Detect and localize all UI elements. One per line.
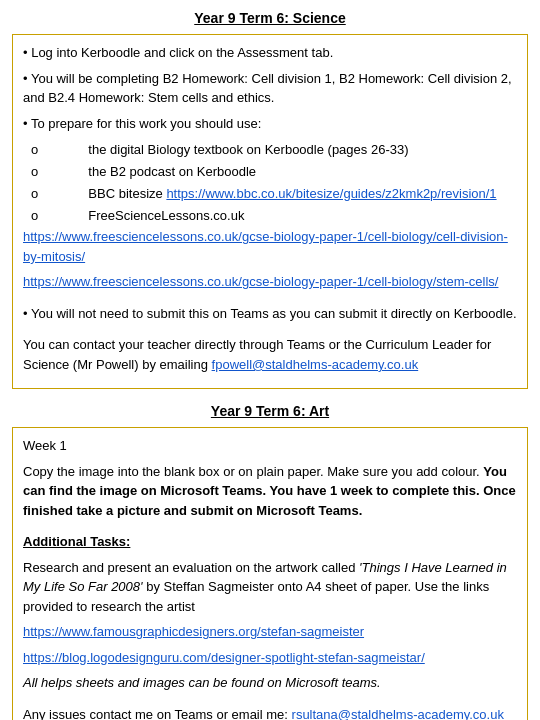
list-item-text: FreeScienceLessons.co.uk [45,205,517,227]
bullet-icon: o [31,183,45,205]
list-item-text: the digital Biology textbook on Kerboodl… [45,139,517,161]
bullet-icon: o [31,161,45,183]
list-item: o the digital Biology textbook on Kerboo… [31,139,517,161]
science-title: Year 9 Term 6: Science [12,10,528,26]
list-item-text: the B2 podcast on Kerboodle [45,161,517,183]
science-link2-para: https://www.freesciencelessons.co.uk/gcs… [23,272,517,292]
art-task-text: Copy the image into the blank box or on … [23,462,517,521]
science-bullet2: • You will be completing B2 Homework: Ce… [23,69,517,108]
science-contact-link[interactable]: fpowell@staldhelms-academy.co.uk [212,357,419,372]
additional-tasks-label: Additional Tasks: [23,532,517,552]
art-title: Year 9 Term 6: Art [12,403,528,419]
bullet-icon: o [31,205,45,227]
list-item: o the B2 podcast on Kerboodle [31,161,517,183]
list-item: o FreeScienceLessons.co.uk [31,205,517,227]
freescience-link1[interactable]: https://www.freesciencelessons.co.uk/gcs… [23,229,508,264]
science-submit-note: • You will not need to submit this on Te… [23,304,517,324]
art-link1-para: https://www.famousgraphicdesigners.org/s… [23,622,517,642]
week-label: Week 1 [23,436,517,456]
research-text: Research and present an evaluation on th… [23,558,517,617]
art-section: Year 9 Term 6: Art Week 1 Copy the image… [12,403,528,720]
science-link1-para: https://www.freesciencelessons.co.uk/gcs… [23,227,517,266]
art-link2-para: https://blog.logodesignguru.com/designer… [23,648,517,668]
art-link1[interactable]: https://www.famousgraphicdesigners.org/s… [23,624,364,639]
all-helps-text: All helps sheets and images can be found… [23,673,517,693]
art-contact: Any issues contact me on Teams or email … [23,705,517,720]
list-item: o BBC bitesize https://www.bbc.co.uk/bit… [31,183,517,205]
bbc-link[interactable]: https://www.bbc.co.uk/bitesize/guides/z2… [166,186,496,201]
science-bullet1: • Log into Kerboodle and click on the As… [23,43,517,63]
art-contact-link[interactable]: rsultana@staldhelms-academy.co.uk [292,707,504,720]
freescience-link2[interactable]: https://www.freesciencelessons.co.uk/gcs… [23,274,498,289]
science-contact: You can contact your teacher directly th… [23,335,517,374]
art-contact-prefix: Any issues contact me on Teams or email … [23,707,292,720]
list-item-text: BBC bitesize https://www.bbc.co.uk/bites… [45,183,517,205]
science-list: o the digital Biology textbook on Kerboo… [31,139,517,227]
research-prefix: Research and present an evaluation on th… [23,560,359,575]
art-box: Week 1 Copy the image into the blank box… [12,427,528,720]
science-section: Year 9 Term 6: Science • Log into Kerboo… [12,10,528,389]
art-link2[interactable]: https://blog.logodesignguru.com/designer… [23,650,425,665]
bullet-icon: o [31,139,45,161]
science-bullet3-intro: • To prepare for this work you should us… [23,114,517,134]
science-box: • Log into Kerboodle and click on the As… [12,34,528,389]
additional-tasks-heading: Additional Tasks: [23,534,130,549]
